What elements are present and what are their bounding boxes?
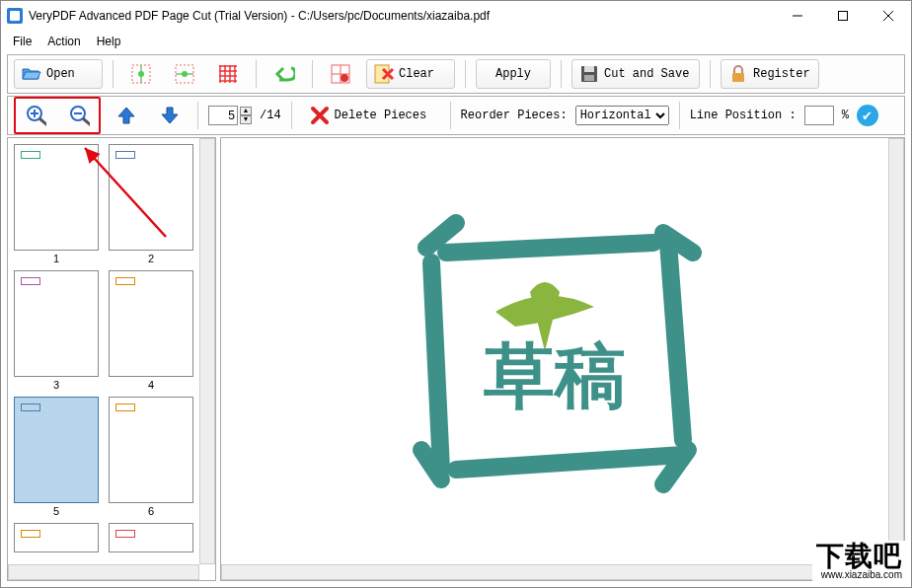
title-bar: VeryPDF Advanced PDF Page Cut (Trial Ver… [1,1,911,31]
line-position-label: Line Position : [690,109,797,122]
app-icon [7,8,23,24]
check-icon: ✔ [862,109,873,123]
apply-button[interactable]: Apply [476,59,551,89]
svg-line-30 [39,118,46,125]
grid-icon [217,63,239,85]
grid-horizontal-icon [174,63,195,85]
arrow-down-icon [159,105,181,126]
content-area: 1 2 3 4 5 6 [1,137,911,587]
grid-vertical-icon [130,63,152,85]
toolbar-main: Open Clear Apply [7,54,905,94]
watermark-url: www.xiazaiba.com [816,570,902,580]
preview-panel: 草稿 [220,137,905,581]
grid-button[interactable] [210,59,246,89]
svg-point-9 [182,71,188,77]
remove-cut-button[interactable] [323,59,358,89]
thumbnail-horizontal-scrollbar[interactable] [8,564,199,580]
open-button[interactable]: Open [14,59,103,89]
menu-help[interactable]: Help [89,33,129,50]
svg-text:草稿: 草稿 [484,336,626,415]
maximize-button[interactable] [820,1,866,31]
thumbnail-label: 4 [148,379,154,391]
delete-pieces-button[interactable]: Delete Pieces [302,101,440,130]
thumbnail-item[interactable]: 3 [14,270,99,391]
svg-rect-25 [584,75,594,81]
line-position-input[interactable] [804,106,834,125]
page-step-up[interactable]: ▲ [240,107,252,115]
preview-horizontal-scrollbar[interactable] [221,564,888,580]
svg-point-6 [138,71,144,77]
zoom-in-icon [25,105,46,126]
apply-label: Apply [495,67,531,81]
toolbar-secondary: ▲ ▼ /14 Delete Pieces Reorder Pieces: Ho… [7,96,905,135]
thumbnail-item[interactable] [109,523,193,552]
menu-action[interactable]: Action [39,33,88,50]
thumbnail-label: 6 [148,505,154,517]
thumbnail-label: 3 [53,379,59,391]
thumbnail-label: 5 [53,505,59,517]
thumbnail-item[interactable]: 5 [14,397,99,517]
arrow-up-icon [115,105,137,126]
page-canvas[interactable]: 草稿 [221,138,888,564]
cut-and-save-label: Cut and Save [604,67,689,81]
minimize-button[interactable] [775,1,820,31]
close-button[interactable] [866,1,911,31]
menu-bar: File Action Help [1,31,911,52]
thumbnail-item[interactable] [14,523,99,552]
lock-icon [727,63,749,85]
zoom-out-button[interactable] [61,101,97,130]
percent-label: % [842,109,849,122]
page-total-label: /14 [260,109,281,122]
svg-rect-1 [839,12,848,21]
undo-icon [273,63,295,85]
page-current-input[interactable] [208,106,238,125]
clear-button[interactable]: Clear [366,59,455,89]
delete-pieces-label: Delete Pieces [335,109,427,122]
zoom-group-highlight [14,97,101,134]
svg-line-33 [83,118,90,125]
delete-icon [309,105,331,126]
watermark-brand: 下载吧 [816,543,902,570]
confirm-line-button[interactable]: ✔ [857,105,878,126]
cut-and-save-button[interactable]: Cut and Save [571,59,700,89]
save-icon [578,63,600,85]
page-step-down[interactable]: ▼ [240,115,252,124]
undo-button[interactable] [266,59,302,89]
menu-file[interactable]: File [5,33,39,50]
svg-point-21 [341,74,348,82]
site-watermark: 下载吧 www.xiazaiba.com [812,541,906,582]
svg-line-34 [85,148,166,237]
clear-icon [373,63,395,85]
add-vertical-cut-button[interactable] [123,59,159,89]
open-label: Open [46,67,75,81]
preview-vertical-scrollbar[interactable] [888,138,904,564]
add-horizontal-cut-button[interactable] [167,59,202,89]
page-down-button[interactable] [152,101,188,130]
thumbnail-label: 1 [53,253,59,264]
folder-open-icon [21,63,42,85]
thumbnail-item[interactable]: 4 [109,270,193,391]
annotation-arrow [67,138,186,257]
svg-rect-24 [584,66,594,72]
register-label: Register [753,67,810,81]
page-up-button[interactable] [109,101,144,130]
svg-rect-26 [732,73,744,82]
register-button[interactable]: Register [721,59,819,89]
draft-stamp-graphic: 草稿 [387,193,722,509]
window-title: VeryPDF Advanced PDF Page Cut (Trial Ver… [29,9,490,23]
zoom-in-button[interactable] [18,101,53,130]
reorder-select[interactable]: Horizontal [575,106,669,125]
thumbnail-vertical-scrollbar[interactable] [199,138,215,564]
reorder-label: Reorder Pieces: [461,109,568,122]
thumbnail-panel: 1 2 3 4 5 6 [7,137,216,581]
grid-remove-icon [330,63,351,85]
page-number-stepper[interactable]: ▲ ▼ [208,106,252,125]
thumbnail-item[interactable]: 6 [109,397,193,517]
zoom-out-icon [68,105,90,126]
clear-label: Clear [399,67,434,81]
